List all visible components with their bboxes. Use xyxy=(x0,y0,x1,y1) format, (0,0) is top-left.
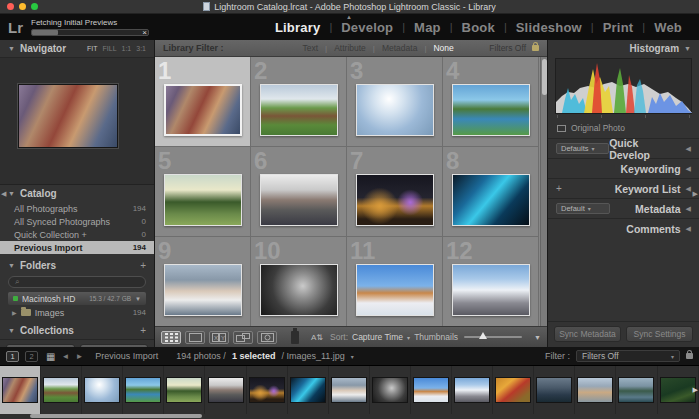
add-keyword-button[interactable]: + xyxy=(556,183,562,194)
filmstrip-thumbnail-bw-portrait[interactable] xyxy=(372,377,408,403)
filmstrip-thumbnail-foggy-peaks[interactable] xyxy=(331,377,367,403)
add-folder-button[interactable]: + xyxy=(140,260,146,271)
sync-settings-button[interactable]: Sync Settings xyxy=(626,326,693,342)
catalog-item[interactable]: All Photographs194 xyxy=(0,202,154,215)
panel-section-keywording[interactable]: Keywording◀ xyxy=(548,158,699,178)
grid-cell[interactable]: 3 xyxy=(347,57,443,147)
photo-thumbnail-rail-yard[interactable] xyxy=(260,174,338,226)
compare-view-icon[interactable]: XY xyxy=(209,331,229,344)
panel-section-metadata[interactable]: Default▾Metadata◀ xyxy=(548,198,699,218)
navigator-header[interactable]: ▼ Navigator FITFILL1:13:1 xyxy=(0,40,154,57)
grid-cell[interactable]: 7 xyxy=(347,147,443,237)
module-tab-develop[interactable]: Develop xyxy=(332,20,402,35)
filmstrip-filter-lock-icon[interactable] xyxy=(686,353,693,359)
filmstrip-cell[interactable] xyxy=(534,366,575,414)
photo-thumbnail-fantasy-art[interactable] xyxy=(164,84,242,136)
filter-tab-text[interactable]: Text xyxy=(296,43,326,53)
people-view-icon[interactable] xyxy=(257,331,277,344)
filmstrip-thumbnail-coastline[interactable] xyxy=(577,377,613,403)
filmstrip-cell[interactable] xyxy=(575,366,616,414)
module-tab-slideshow[interactable]: Slideshow xyxy=(507,20,591,35)
collections-header[interactable]: ▼ Collections + xyxy=(0,322,154,339)
folders-header[interactable]: ▼ Folders + xyxy=(0,257,154,274)
photo-thumbnail-lakeside[interactable] xyxy=(452,84,530,136)
filmstrip-cell[interactable] xyxy=(205,366,246,414)
section-expand-arrow-icon[interactable]: ◀ xyxy=(686,225,691,233)
folder-search-input[interactable]: ⌕ xyxy=(8,276,146,288)
photo-thumbnail-blossom-sky[interactable] xyxy=(356,84,434,136)
filmstrip-cell[interactable] xyxy=(288,366,329,414)
photo-thumbnail-blue-abstract[interactable] xyxy=(452,174,530,226)
volume-bar[interactable]: Macintosh HD 15.3 / 42.7 GB ▼ xyxy=(8,292,146,305)
filmstrip-cell[interactable] xyxy=(247,366,288,414)
filmstrip-thumbnail-autumn-figure[interactable] xyxy=(495,377,531,403)
filmstrip-thumbnail-fantasy-art[interactable] xyxy=(2,377,38,403)
module-tab-book[interactable]: Book xyxy=(453,20,504,35)
primary-screen-button[interactable]: 1 xyxy=(6,351,19,362)
painter-spray-can-icon[interactable] xyxy=(291,331,299,344)
filmstrip-thumbnail-blossom-sky[interactable] xyxy=(84,377,120,403)
filmstrip-thumbnail-misty-tree[interactable] xyxy=(166,377,202,403)
thumbnail-size-slider-thumb[interactable] xyxy=(479,332,487,339)
grid-cell[interactable]: 4 xyxy=(443,57,539,147)
module-tab-print[interactable]: Print xyxy=(594,20,643,35)
filter-lock-icon[interactable] xyxy=(532,45,539,51)
expand-right-panel-arrow-icon[interactable]: ▶ xyxy=(693,190,698,198)
catalog-item[interactable]: Quick Collection +0 xyxy=(0,228,154,241)
photo-thumbnail-city-night[interactable] xyxy=(356,174,434,226)
filmstrip-thumbnail-forest[interactable] xyxy=(660,377,696,403)
survey-view-icon[interactable] xyxy=(233,331,253,344)
navigator-zoom-fill[interactable]: FILL xyxy=(103,45,117,52)
grid-cell[interactable]: 2 xyxy=(251,57,347,147)
disclosure-triangle-icon[interactable]: ▶ xyxy=(12,309,17,316)
section-expand-arrow-icon[interactable]: ◀ xyxy=(686,185,691,193)
filmstrip-thumbnail-dark-valley[interactable] xyxy=(536,377,572,403)
next-photo-arrow-icon[interactable]: ► xyxy=(75,352,83,361)
filmstrip-thumbnail-rail-yard[interactable] xyxy=(208,377,244,403)
catalog-item[interactable]: All Synced Photographs0 xyxy=(0,215,154,228)
filmstrip-cell[interactable] xyxy=(164,366,205,414)
navigator-zoom-1-1[interactable]: 1:1 xyxy=(122,45,132,52)
filter-tab-none[interactable]: None xyxy=(426,43,460,53)
photo-thumbnail-barn-meadow[interactable] xyxy=(260,84,338,136)
filter-tab-attribute[interactable]: Attribute xyxy=(327,43,373,53)
filmstrip-cell[interactable] xyxy=(41,366,82,414)
histogram-display[interactable] xyxy=(555,58,692,114)
section-expand-arrow-icon[interactable]: ◀ xyxy=(686,165,691,173)
filmstrip-thumbnail-city-night[interactable] xyxy=(249,377,285,403)
filmstrip-cell[interactable] xyxy=(452,366,493,414)
previous-photo-arrow-icon[interactable]: ◄ xyxy=(61,352,69,361)
filmstrip-thumbnail-barn-meadow[interactable] xyxy=(43,377,79,403)
filmstrip-cell[interactable] xyxy=(82,366,123,414)
filmstrip-scrollbar[interactable] xyxy=(30,414,202,418)
grid-scrollbar-thumb[interactable] xyxy=(542,59,547,95)
filmstrip-source-label[interactable]: Previous Import xyxy=(95,351,158,361)
thumbnail-size-slider[interactable] xyxy=(464,336,522,338)
photo-thumbnail-snow-mountains[interactable] xyxy=(452,264,530,316)
photo-thumbnail-bw-portrait[interactable] xyxy=(260,264,338,316)
grid-cell[interactable]: 8 xyxy=(443,147,539,237)
filmstrip-thumbnail-tiger-snow[interactable] xyxy=(413,377,449,403)
filmstrip-scroll-right-arrow-icon[interactable]: ▶ xyxy=(693,386,698,394)
module-tab-library[interactable]: Library xyxy=(266,20,329,35)
section-preset-dropdown[interactable]: Default▾ xyxy=(556,203,610,214)
import-catalog-button[interactable]: Import Catalog xyxy=(6,344,75,347)
photo-thumbnail-foggy-peaks[interactable] xyxy=(164,264,242,316)
cancel-task-icon[interactable]: × xyxy=(142,28,147,37)
module-tab-map[interactable]: Map xyxy=(405,20,450,35)
catalog-header[interactable]: ▼ Catalog xyxy=(0,185,154,202)
panel-section-quick-develop[interactable]: Defaults▾Quick Develop◀ xyxy=(548,138,699,158)
collapse-top-panel-arrow-icon[interactable]: ▲ xyxy=(346,14,352,20)
filter-preset-value[interactable]: Filters Off xyxy=(489,43,526,53)
filmstrip-thumbnail-lakeside[interactable] xyxy=(125,377,161,403)
panel-section-keyword-list[interactable]: +Keyword List◀ xyxy=(548,178,699,198)
volume-disclosure-icon[interactable]: ▼ xyxy=(135,296,141,302)
filmstrip-cell[interactable] xyxy=(0,366,41,414)
photo-thumbnail-tiger-snow[interactable] xyxy=(356,264,434,316)
grid-cell[interactable]: 9 xyxy=(155,237,251,326)
histogram-header[interactable]: Histogram ▼ xyxy=(548,40,699,57)
grid-cell[interactable]: 6 xyxy=(251,147,347,237)
grid-cell[interactable]: 5 xyxy=(155,147,251,237)
secondary-screen-button[interactable]: 2 xyxy=(25,351,38,362)
photo-thumbnail-misty-tree[interactable] xyxy=(164,174,242,226)
